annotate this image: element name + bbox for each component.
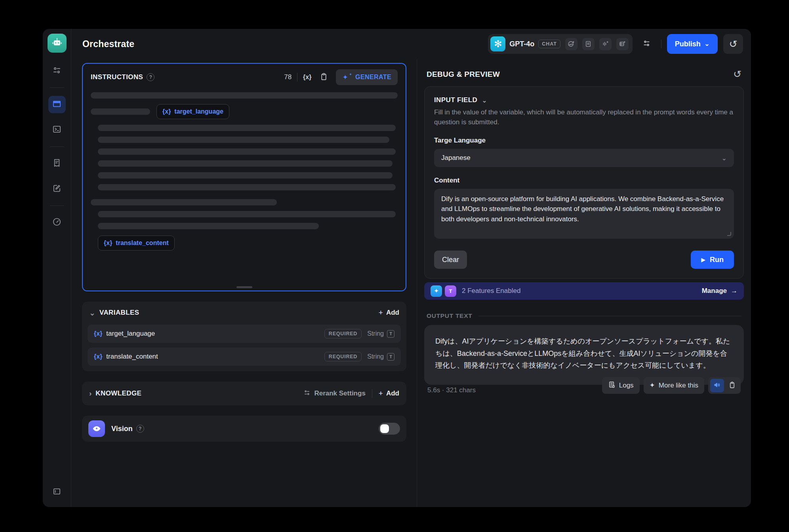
workspace: INSTRUCTIONS ? 78 {x} ✦	[71, 59, 751, 507]
target-language-select[interactable]: Japanese ⌄	[434, 149, 734, 167]
features-enabled-text: 2 Features Enabled	[462, 287, 520, 295]
output-actions: Logs ✦ More like this	[602, 377, 741, 394]
app-logo[interactable]	[48, 34, 67, 53]
terminal-icon	[52, 125, 61, 135]
vision-toggle[interactable]	[379, 423, 400, 435]
insert-variable-button[interactable]: {x}	[303, 74, 311, 81]
skeleton-line	[98, 160, 393, 167]
sidebar-collapse-button[interactable]	[48, 483, 66, 501]
video-capability-icon	[616, 38, 629, 50]
help-icon[interactable]: ?	[136, 425, 144, 433]
content-textarea[interactable]: Dify is an open-source platform for buil…	[434, 189, 734, 239]
chevron-down-icon: ⌄	[482, 97, 487, 104]
app-window-icon	[52, 99, 61, 110]
variable-row-translate-content[interactable]: {x} translate_content REQUIRED String T	[88, 348, 401, 366]
run-button[interactable]: ▶ Run	[691, 251, 734, 269]
output-divider-line	[478, 316, 741, 316]
main-area: Orchestrate ✻ GPT-4o CHAT	[71, 29, 751, 507]
copy-output-button[interactable]	[726, 379, 739, 392]
collapse-panel-icon	[52, 487, 61, 497]
clear-button[interactable]: Clear	[434, 251, 467, 269]
required-badge: REQUIRED	[324, 352, 362, 361]
variables-section: ⌄ VARIABLES + Add {x}	[82, 302, 406, 371]
manage-features-button[interactable]: Manage →	[702, 287, 738, 295]
openai-logo-icon: ✻	[490, 36, 505, 51]
variable-type: String T	[367, 330, 394, 338]
sidebar-divider	[50, 87, 64, 88]
variable-row-target-language[interactable]: {x} target_language REQUIRED String T	[88, 325, 401, 343]
sidebar-item-logs[interactable]	[48, 155, 66, 172]
resize-handle[interactable]	[236, 286, 252, 288]
sidebar-divider	[50, 146, 64, 147]
input-field-description: Fill in the value of the variable, which…	[434, 108, 734, 127]
variable-type: String T	[367, 353, 394, 361]
generate-button[interactable]: ✦ ✦ GENERATE	[336, 69, 398, 85]
skeleton-line	[98, 137, 389, 143]
clipboard-icon	[728, 381, 736, 390]
variable-chip-translate-content[interactable]: {x} translate_content	[98, 236, 175, 251]
audio-capability-icon	[599, 38, 612, 50]
variables-list: {x} target_language REQUIRED String T	[82, 325, 406, 371]
sidebar-item-monitoring[interactable]	[48, 214, 66, 231]
skeleton-line	[98, 184, 396, 190]
orchestrate-pane: INSTRUCTIONS ? 78 {x} ✦	[71, 59, 417, 507]
content-field-label: Content	[434, 177, 734, 184]
sparkle-icon: ✦	[342, 73, 348, 82]
variables-header[interactable]: ⌄ VARIABLES + Add	[82, 302, 406, 324]
edit-icon	[52, 184, 61, 194]
sliders-icon	[303, 389, 311, 398]
output-bubble: Difyは、AIアプリケーションを構築するためのオープンソースプラットフォームで…	[424, 325, 744, 385]
sidebar-item-settings[interactable]	[48, 62, 66, 80]
logs-button[interactable]: Logs	[602, 377, 640, 394]
output-footer: 5.6s · 321 chars Logs ✦ More like this	[424, 377, 744, 394]
sliders-icon	[52, 66, 61, 76]
debug-preview-pane: DEBUG & PREVIEW ↺ INPUT FIELD ⌄ Fill in …	[417, 59, 751, 507]
sidebar-item-terminal[interactable]	[48, 121, 66, 139]
model-params-button[interactable]	[638, 35, 656, 53]
arrow-right-icon: →	[731, 287, 738, 295]
chevron-down-icon: ⌄	[722, 154, 727, 162]
desktop-background: Orchestrate ✻ GPT-4o CHAT	[0, 0, 789, 532]
instructions-editor[interactable]: INSTRUCTIONS ? 78 {x} ✦	[82, 63, 406, 291]
input-field-header[interactable]: INPUT FIELD ⌄	[434, 96, 734, 104]
plus-icon: +	[379, 389, 383, 398]
speaker-icon	[713, 381, 721, 390]
add-variable-button[interactable]: + Add	[379, 308, 399, 317]
clipboard-icon	[320, 72, 328, 82]
version-history-button[interactable]: ↺	[723, 34, 743, 54]
features-bar: ✦ T 2 Features Enabled Manage →	[424, 282, 744, 300]
help-icon[interactable]: ?	[147, 73, 154, 81]
more-like-this-button[interactable]: ✦ More like this	[644, 377, 704, 394]
sparkle-feature-icon: ✦	[431, 285, 442, 297]
document-capability-icon	[582, 38, 595, 50]
variable-token-icon: {x}	[94, 330, 102, 337]
vision-eye-icon	[88, 420, 105, 437]
instructions-tools: 78 {x} ✦ ✦ GENERATE	[284, 69, 398, 85]
restart-debug-button[interactable]: ↺	[733, 69, 741, 79]
receipt-icon	[52, 158, 61, 169]
sidebar-item-annotation[interactable]	[48, 180, 66, 198]
chevron-down-icon: ⌄	[704, 40, 710, 48]
text-to-speech-feature-icon: T	[445, 285, 456, 297]
speak-aloud-button[interactable]	[710, 379, 724, 392]
sparkle-icon: ✦	[650, 381, 655, 390]
model-selector[interactable]: ✻ GPT-4o CHAT	[488, 34, 632, 54]
sidebar-item-orchestrate[interactable]	[48, 96, 66, 113]
top-bar-actions: ✻ GPT-4o CHAT Publish ⌄	[488, 34, 743, 54]
rerank-settings-button[interactable]: Rerank Settings	[303, 389, 365, 398]
publish-button[interactable]: Publish ⌄	[667, 34, 718, 54]
page-title: Orchestrate	[82, 39, 134, 49]
select-value: Japanese	[441, 154, 471, 162]
prompt-skeleton: {x} target_language	[91, 92, 398, 251]
knowledge-section: › KNOWLEDGE Rerank Settings +	[82, 382, 406, 405]
vision-section: Vision ?	[82, 416, 406, 442]
copy-prompt-button[interactable]	[317, 70, 330, 84]
play-icon: ▶	[701, 256, 705, 263]
top-bar-divider	[661, 40, 661, 48]
knowledge-header[interactable]: › KNOWLEDGE Rerank Settings +	[82, 382, 406, 405]
sidebar-divider	[50, 205, 64, 206]
add-knowledge-button[interactable]: + Add	[379, 389, 399, 398]
skeleton-line	[91, 199, 277, 205]
variable-chip-target-language[interactable]: {x} target_language	[156, 104, 229, 119]
sparkle-small-icon: ✦	[349, 72, 352, 76]
